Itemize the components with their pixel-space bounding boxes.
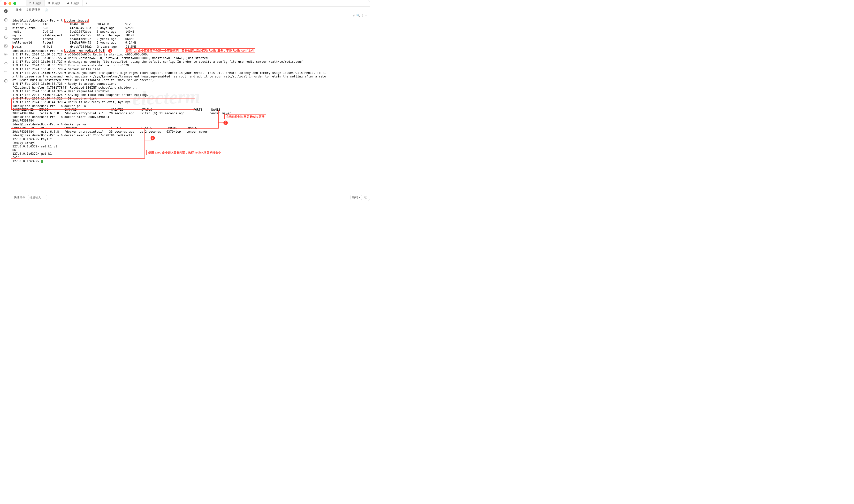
run-out-10: 1:M 17 Feb 2024 13:50:44.326 # User requ… (12, 90, 114, 93)
img-row-3: tomcat latest b64abfdee99c 2 years ago 6… (12, 37, 134, 41)
list-icon[interactable] (4, 70, 8, 74)
img-row-0: bitnami/kafka 3.6.1 41c34945188d 5 days … (12, 26, 134, 30)
settings-icon[interactable] (4, 53, 8, 57)
img-row-redis: redis 6.0.8 d4deb73856a2 3 years ago 98.… (12, 45, 137, 49)
footer-info-icon[interactable]: ⓘ (364, 195, 367, 199)
cloud-icon[interactable] (4, 61, 8, 66)
terminal-output[interactable]: ideal@idealdeMacBook-Pro ~ % docker imag… (12, 13, 370, 194)
blk3-7: 127.0.0.1:6379> (12, 160, 41, 163)
logo-icon[interactable]: > (4, 9, 8, 13)
attach-icon[interactable]: 📎 (43, 6, 51, 14)
prompt-1: ideal@idealdeMacBook-Pro ~ % (12, 19, 65, 22)
subtab-filemanager[interactable]: 文件管理器 (24, 7, 42, 12)
encoding-button[interactable]: 编码 ▾ (350, 195, 362, 200)
box-block2 (12, 110, 219, 128)
titlebar: 2. 新连接 3. 新连接 4. 新连接 + (0, 0, 370, 6)
run-out-4: 1:M 17 Feb 2024 13:50:36.728 # Server in… (12, 68, 100, 71)
box-ps-a-1 (12, 98, 195, 110)
svg-text:>: > (5, 10, 6, 12)
bookmark-icon[interactable] (4, 26, 8, 31)
tab-add-button[interactable]: + (83, 1, 90, 6)
run-out-3: 1:M 17 Feb 2024 13:50:36.728 * Running m… (12, 64, 131, 67)
run-out-1: 1:C 17 Feb 2024 13:50:36.727 # Redis ver… (12, 56, 208, 60)
cmd-docker-run: docker run redis:6.0.8 (65, 49, 105, 53)
main-panel: 终端 文件管理器 📎 ⤢ 🔍 ▯ ▭ ideal@idealdeMacBook-… (12, 6, 370, 201)
badge-3: 3 (150, 136, 155, 140)
tab-conn-4[interactable]: 4. 新连接 (64, 0, 83, 6)
img-row-4: hello-world latest 18e5af790473 2 years … (12, 41, 136, 44)
image-icon[interactable] (4, 44, 8, 48)
run-out-7: ot. Redis must be restarted after THP is… (12, 78, 156, 82)
box-block3 (12, 128, 145, 159)
content-area: > 终端 文件管理器 📎 ⤢ 🔍 ▯ ▭ ideal@idealdeMacBo (0, 6, 370, 201)
badge-2: 2 (223, 121, 228, 125)
images-header: REPOSITORY TAG IMAGE ID CREATED SIZE (12, 22, 132, 26)
cmd-docker-images: docker images (65, 19, 89, 22)
tab-conn-2[interactable]: 2. 新连接 (26, 0, 45, 6)
run-out-0: 1:C 17 Feb 2024 13:50:36.727 # oO0OoO0Oo… (12, 53, 149, 56)
footer: 快速命令 编码 ▾ ⓘ (12, 194, 370, 201)
tab-bar: 2. 新连接 3. 新连接 4. 新连接 + (26, 0, 90, 6)
maximize-window-button[interactable] (13, 2, 16, 5)
img-row-1: redis 7.0.15 5ce315072bde 5 weeks ago 14… (12, 30, 134, 33)
app-window: 2. 新连接 3. 新连接 4. 新连接 + > 终端 文件管理器 📎 ⤢ (0, 0, 370, 201)
minimize-window-button[interactable] (8, 2, 12, 5)
annotation-2: 在当前控制台重启 Redis 容器 (224, 114, 266, 119)
annotation-1: 使用 run 命令直接简单创建一个容器实例，容器会默认后台启动 Redis 服务… (125, 49, 255, 53)
badge-1: 1 (108, 49, 112, 53)
quick-cmd-button[interactable]: 快速命令 (14, 195, 25, 199)
img-row-2: nginx stable-perl 97d78ce5c375 10 months… (12, 34, 134, 37)
annotation-3: 使用 exec 命令进入容器内部，执行 redis-cli 客户端命令 (146, 150, 223, 155)
connector-3v (153, 140, 153, 150)
run-out-9: ^C1:signal-handler (1708177844) Received… (12, 86, 138, 89)
info-icon[interactable] (4, 79, 8, 83)
connector-2 (219, 122, 223, 123)
terminal-cursor (41, 160, 43, 163)
close-window-button[interactable] (4, 2, 6, 5)
run-out-2: 1:C 17 Feb 2024 13:50:36.727 # Warning: … (12, 60, 303, 64)
svg-point-8 (5, 54, 6, 55)
run-out-5: 1:M 17 Feb 2024 13:50:36.728 # WARNING y… (12, 71, 326, 75)
subtab-bar: 终端 文件管理器 📎 (12, 6, 370, 13)
history-icon[interactable] (4, 35, 8, 39)
svg-point-17 (5, 80, 6, 80)
run-out-6: x this issue run the command 'echo madvi… (12, 75, 326, 78)
subtab-terminal[interactable]: 终端 (14, 7, 23, 12)
tab-conn-3[interactable]: 3. 新连接 (45, 0, 63, 6)
sidebar: > (0, 6, 12, 201)
window-controls (4, 2, 16, 5)
prompt-2: ideal@idealdeMacBook-Pro ~ % (12, 49, 65, 52)
run-out-8: 1:M 17 Feb 2024 13:50:36.728 * Ready to … (12, 82, 116, 86)
run-out-11: 1:M 17 Feb 2024 13:50:44.326 * Saving th… (12, 93, 149, 96)
batch-input[interactable] (28, 195, 47, 200)
add-icon[interactable] (4, 18, 8, 22)
